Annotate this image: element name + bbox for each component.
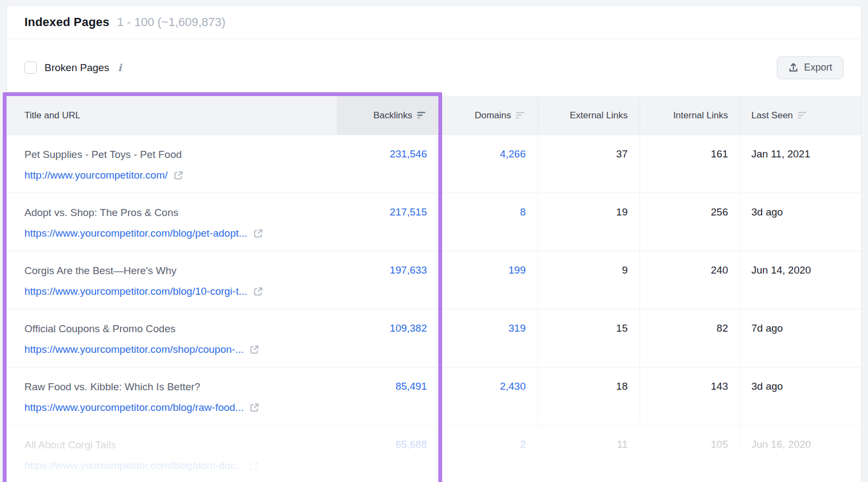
export-button[interactable]: Export xyxy=(777,56,844,79)
external-links-value: 18 xyxy=(538,367,640,425)
external-links-value: 15 xyxy=(538,309,640,367)
column-header-external-links: External Links xyxy=(538,96,640,135)
last-seen-value: 3d ago xyxy=(740,367,861,425)
table-row: Corgis Are the Best—Here's Why https://w… xyxy=(7,251,861,309)
table-row: Official Coupons & Promo Codes https://w… xyxy=(7,309,861,367)
row-url-link[interactable]: https://www.yourcompetitor.com/blog/raw-… xyxy=(24,402,244,414)
table-row: Pet Supplies - Pet Toys - Pet Food http:… xyxy=(7,135,861,193)
backlinks-value[interactable]: 85,491 xyxy=(395,380,427,392)
external-links-value: 9 xyxy=(538,251,640,309)
indexed-pages-screen: Indexed Pages 1 - 100 (~1,609,873) Broke… xyxy=(0,0,868,482)
last-seen-value: Jun 16, 2020 xyxy=(740,426,861,482)
column-header-last-seen[interactable]: Last Seen xyxy=(740,96,861,135)
domains-value[interactable]: 319 xyxy=(508,322,526,334)
row-title: All About Corgi Tails xyxy=(24,439,337,451)
page-title: Indexed Pages xyxy=(24,15,110,29)
upload-icon xyxy=(788,62,799,73)
domains-value[interactable]: 8 xyxy=(520,206,526,218)
internal-links-value: 105 xyxy=(640,426,740,482)
indexed-pages-card: Indexed Pages 1 - 100 (~1,609,873) Broke… xyxy=(7,5,861,482)
last-seen-value: Jun 14, 2020 xyxy=(740,251,861,309)
column-header-domains[interactable]: Domains xyxy=(439,96,538,135)
external-link-icon[interactable] xyxy=(250,461,259,471)
row-url-link[interactable]: https://www.yourcompetitor.com/blog/10-c… xyxy=(24,286,247,297)
row-title: Adopt vs. Shop: The Pros & Cons xyxy=(24,206,337,219)
info-icon[interactable]: i xyxy=(117,62,123,73)
internal-links-value: 240 xyxy=(640,251,740,309)
table-row: Raw Food vs. Kibble: Which Is Better? ht… xyxy=(7,367,861,425)
domains-value[interactable]: 199 xyxy=(508,264,526,276)
row-url-link[interactable]: http://www.yourcompetitor.com/ xyxy=(24,169,168,181)
internal-links-value: 143 xyxy=(640,367,740,425)
external-links-value: 37 xyxy=(538,135,640,193)
backlinks-value[interactable]: 197,633 xyxy=(390,264,427,276)
column-header-internal-links: Internal Links xyxy=(640,96,740,135)
results-range: 1 - 100 (~1,609,873) xyxy=(117,15,226,29)
column-header-backlinks[interactable]: Backlinks xyxy=(337,96,439,135)
external-links-value: 11 xyxy=(538,426,640,482)
column-header-title-url: Title and URL xyxy=(7,96,337,135)
internal-links-value: 161 xyxy=(640,135,740,193)
domains-value[interactable]: 2,430 xyxy=(500,380,526,392)
broken-pages-label: Broken Pages xyxy=(44,62,109,74)
external-link-icon[interactable] xyxy=(253,287,263,296)
table-row: Adopt vs. Shop: The Pros & Cons https://… xyxy=(7,193,861,251)
table-header-row: Title and URL Backlinks Domains xyxy=(7,96,861,135)
external-links-value: 19 xyxy=(538,193,640,251)
row-title: Official Coupons & Promo Codes xyxy=(24,322,337,335)
broken-pages-checkbox[interactable] xyxy=(24,61,37,74)
backlinks-value[interactable]: 109,382 xyxy=(390,322,427,334)
table-row: All About Corgi Tails https://www.yourco… xyxy=(7,425,861,482)
backlinks-value[interactable]: 231,546 xyxy=(390,148,427,160)
row-title: Raw Food vs. Kibble: Which Is Better? xyxy=(24,380,337,393)
last-seen-value: Jan 11, 2021 xyxy=(740,135,861,193)
card-header: Indexed Pages 1 - 100 (~1,609,873) xyxy=(7,6,861,39)
domains-value[interactable]: 4,266 xyxy=(500,148,526,160)
sort-descending-icon xyxy=(417,111,427,119)
external-link-icon[interactable] xyxy=(253,229,263,238)
external-link-icon[interactable] xyxy=(174,170,183,180)
external-link-icon[interactable] xyxy=(250,345,259,354)
row-url-link[interactable]: https://www.yourcompetitor.com/blog/pet-… xyxy=(24,227,247,239)
indexed-pages-table: Title and URL Backlinks Domains xyxy=(7,96,861,482)
backlinks-value[interactable]: 217,515 xyxy=(390,206,427,218)
export-label: Export xyxy=(804,62,832,73)
row-url-link[interactable]: https://www.yourcompetitor.com/blog/dont… xyxy=(24,460,244,472)
row-url-link[interactable]: https://www.yourcompetitor.com/shop/coup… xyxy=(24,344,244,356)
internal-links-value: 256 xyxy=(640,193,740,251)
external-link-icon[interactable] xyxy=(250,403,259,413)
backlinks-value[interactable]: 65,688 xyxy=(395,439,427,450)
row-title: Corgis Are the Best—Here's Why xyxy=(24,264,337,277)
domains-value[interactable]: 2 xyxy=(520,439,526,450)
sort-icon xyxy=(798,111,808,119)
sort-icon xyxy=(516,111,526,119)
internal-links-value: 82 xyxy=(640,309,740,367)
toolbar: Broken Pages i Export xyxy=(7,39,861,96)
row-title: Pet Supplies - Pet Toys - Pet Food xyxy=(24,148,337,161)
broken-pages-filter: Broken Pages i xyxy=(24,61,123,74)
last-seen-value: 7d ago xyxy=(740,309,861,367)
last-seen-value: 3d ago xyxy=(740,193,861,251)
